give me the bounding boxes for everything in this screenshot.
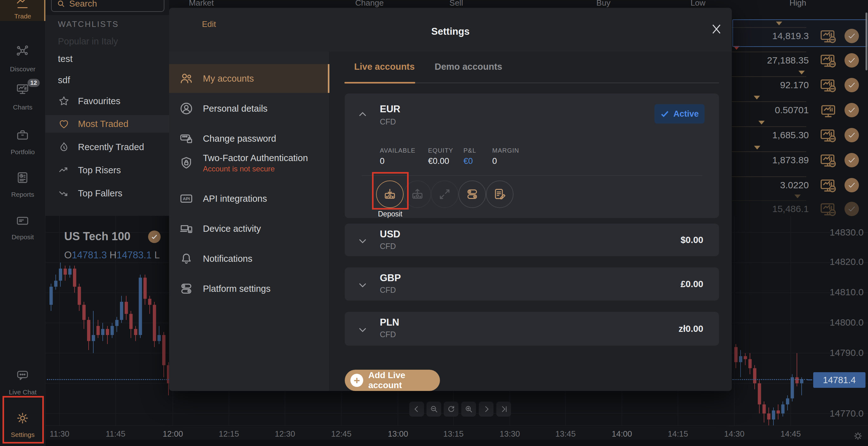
check-icon (848, 156, 856, 164)
watch-check-toggle[interactable] (844, 128, 859, 142)
settings-nav-personal-details[interactable]: Personal details (169, 94, 330, 124)
monitor-minus-icon (820, 128, 837, 145)
time-axis-label: 13:30 (499, 429, 520, 439)
watchlists-edit-button[interactable]: Edit (202, 20, 216, 29)
settings-nav-notifications[interactable]: Notifications (169, 244, 330, 274)
settings-nav: My accountsPersonal detailsChange passwo… (169, 52, 330, 391)
open-chart-button[interactable] (820, 53, 837, 68)
table-scrollbar[interactable] (866, 12, 867, 70)
watchlist-item-recently-traded[interactable]: Recently Traded (45, 138, 169, 156)
tab-demo-accounts[interactable]: Demo accounts (435, 62, 502, 72)
price-axis-label: 14820.0 (830, 256, 864, 267)
settings-nav-my-accounts[interactable]: My accounts (169, 64, 330, 93)
zoom-out-button[interactable] (427, 402, 441, 417)
watch-check-toggle[interactable] (844, 153, 859, 167)
watchlist-item-sdf[interactable]: sdf (45, 71, 169, 89)
sidebar-item-trade[interactable]: Trade (0, 0, 45, 21)
price-axis-label: 14770.0 (830, 408, 864, 419)
open-chart-button[interactable] (820, 202, 837, 216)
monitor-minus-icon (820, 78, 837, 95)
switch-account-button[interactable] (458, 180, 486, 208)
open-chart-button[interactable] (820, 153, 837, 167)
open-chart-button[interactable] (820, 128, 837, 142)
watch-check-toggle[interactable] (844, 53, 859, 68)
column-header-sell: Sell (450, 0, 463, 8)
tab-live-accounts[interactable]: Live accounts (354, 62, 414, 72)
sparkline-baseline (732, 151, 806, 152)
watchlists-header: WATCHLISTS (58, 20, 119, 29)
account-balance: zł0.00 (679, 324, 703, 334)
watch-check-toggle[interactable] (844, 178, 859, 192)
sidebar-item-label: Deposit (0, 233, 45, 241)
sidebar-item-live-chat[interactable]: Live Chat (0, 364, 45, 400)
watch-check-toggle[interactable] (844, 78, 859, 92)
chart-display-settings-icon[interactable] (852, 431, 864, 442)
high-value: 27,188.35 (732, 55, 809, 66)
go-to-end-button[interactable] (496, 402, 511, 417)
chat-icon (16, 369, 29, 382)
sidebar-item-charts[interactable]: 12Charts (0, 78, 45, 115)
column-header-high: High (789, 0, 806, 8)
prev-button[interactable] (409, 402, 424, 417)
sidebar-item-discover[interactable]: Discover (0, 41, 45, 77)
zoom-in-button[interactable] (461, 402, 476, 417)
time-axis-label: 12:15 (219, 429, 239, 439)
watch-check-toggle[interactable] (844, 103, 859, 117)
mag-plus-icon (464, 405, 473, 413)
charts-count-badge: 12 (28, 79, 40, 87)
settings-nav-two-factor-authentication[interactable]: Two-Factor AuthenticationAccount is not … (169, 148, 330, 178)
watchlist-item-most-traded[interactable]: Most Traded (45, 115, 169, 133)
sidebar-item-portfolio[interactable]: Portfolio (0, 124, 45, 161)
current-price-line (47, 379, 169, 380)
expand-chevron-down-icon[interactable] (357, 324, 368, 335)
transfer-button[interactable] (431, 180, 458, 208)
sparkline-baseline (732, 76, 806, 77)
chev-left-icon (412, 405, 421, 413)
account-card-gbp[interactable]: GBPCFD£0.00 (345, 267, 719, 301)
refresh-button[interactable] (444, 402, 458, 417)
search-input[interactable]: Search (51, 0, 164, 12)
open-chart-button[interactable] (820, 103, 837, 117)
expand-chevron-down-icon[interactable] (357, 236, 368, 246)
heart-icon (58, 118, 70, 130)
password-icon (179, 131, 193, 146)
next-button[interactable] (479, 402, 494, 417)
ohlc-readout: O14781.3 H14783.1 L (64, 249, 160, 261)
sidebar-item-deposit[interactable]: Deposit (0, 209, 45, 246)
active-status-badge[interactable]: Active (654, 104, 705, 124)
selected-market-row-outline[interactable] (733, 20, 867, 47)
account-balance: $0.00 (680, 235, 703, 245)
watchlist-panel: Search WATCHLISTS Edit Popular in Italyt… (45, 0, 169, 216)
watchlist-item-top-risers[interactable]: Top Risers (45, 161, 169, 179)
sidebar-item-reports[interactable]: Reports (0, 166, 45, 203)
open-chart-button[interactable] (820, 178, 837, 192)
account-card-usd[interactable]: USDCFD$0.00 (345, 224, 719, 256)
settings-nav-api-integrations[interactable]: APIAPI integrations (169, 183, 330, 214)
settings-nav-platform-settings[interactable]: Platform settings (169, 274, 330, 304)
collapse-chevron-up-icon[interactable] (357, 109, 368, 120)
nav-item-label: Notifications (203, 254, 252, 264)
watchlist-item-popular-in-italy[interactable]: Popular in Italy (45, 33, 169, 50)
close-icon[interactable] (709, 22, 724, 36)
symbol-check-badge[interactable] (148, 231, 161, 243)
watchlist-item-label: Favourites (78, 96, 120, 106)
watchlist-item-top-fallers[interactable]: Top Fallers (45, 184, 169, 202)
settings-nav-device-activity[interactable]: Device activity (169, 214, 330, 244)
price-tag-tick (807, 379, 812, 380)
watchlist-item-test[interactable]: test (45, 50, 169, 68)
edit-account-button[interactable] (486, 180, 514, 208)
search-icon (57, 0, 65, 8)
open-chart-button[interactable] (820, 78, 837, 92)
expand-chevron-down-icon[interactable] (357, 280, 368, 290)
add-live-account-button[interactable]: + Add Live account (345, 370, 440, 391)
time-axis-label: 14:30 (724, 429, 744, 439)
time-axis-label: 12:00 (162, 429, 183, 439)
account-card-pln[interactable]: PLNCFDzł0.00 (345, 312, 719, 346)
avatar-icon (179, 101, 193, 116)
nav-item-label: API integrations (203, 194, 267, 204)
time-axis-label: 13:00 (388, 429, 408, 439)
annotation-box-deposit (372, 172, 409, 210)
watch-check-toggle[interactable] (844, 202, 859, 216)
nav-item-label: Two-Factor Authentication (203, 153, 308, 163)
watchlist-item-favourites[interactable]: Favourites (45, 92, 169, 110)
